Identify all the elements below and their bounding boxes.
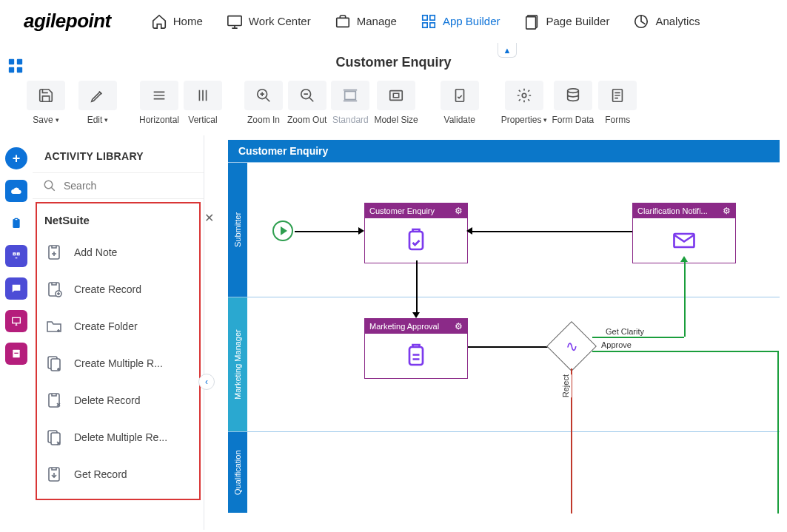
- activity-marketing-approval[interactable]: Marketing Approval⚙: [364, 318, 468, 379]
- clipboard-check-icon: [403, 227, 429, 254]
- nav-analytics[interactable]: Analytics: [630, 9, 703, 34]
- start-node[interactable]: [272, 220, 293, 241]
- nav-work-center[interactable]: Work Center: [224, 9, 314, 34]
- edge: [416, 297, 418, 314]
- rail-clipboard-button[interactable]: [5, 212, 27, 235]
- search-input[interactable]: [64, 180, 193, 192]
- svg-rect-11: [9, 67, 14, 73]
- svg-rect-4: [423, 22, 427, 27]
- nav-manage[interactable]: Manage: [332, 9, 400, 34]
- left-rail: +: [0, 135, 33, 530]
- toolbar: Save▾ Edit▾ Horizontal Vertical Zoom In …: [0, 78, 787, 135]
- model-size-button[interactable]: Model Size: [374, 81, 418, 125]
- rail-add-button[interactable]: +: [5, 147, 27, 169]
- svg-rect-15: [345, 92, 356, 100]
- library-item-create-multiple[interactable]: Create Multiple R...: [37, 345, 199, 382]
- nav-home[interactable]: Home: [148, 9, 206, 34]
- folder-plus-icon: [44, 317, 64, 336]
- edge-get-clarity: [592, 337, 684, 338]
- canvas[interactable]: Customer Enquiry Submitter Customer Enqu…: [204, 135, 787, 530]
- search-icon: [43, 179, 56, 192]
- svg-rect-5: [430, 22, 435, 27]
- activity-clarification[interactable]: Clarification Notifi...⚙: [632, 203, 736, 263]
- gateway-decision[interactable]: ∿: [546, 321, 597, 371]
- properties-button[interactable]: Properties▾: [501, 81, 548, 125]
- lane-label-submitter[interactable]: Submitter: [228, 163, 247, 297]
- edge-label-reject: Reject: [560, 374, 572, 397]
- activity-customer-enquiry[interactable]: Customer Enquiry⚙: [364, 203, 468, 263]
- nav-app-builder[interactable]: App Builder: [418, 9, 503, 34]
- vertical-icon: [195, 87, 211, 104]
- form-data-button[interactable]: Form Data: [552, 81, 594, 125]
- svg-rect-7: [526, 16, 535, 29]
- rail-cloud-button[interactable]: [5, 180, 27, 202]
- edit-button[interactable]: Edit▾: [78, 81, 117, 125]
- forms-icon: [609, 87, 626, 104]
- svg-rect-22: [15, 218, 18, 220]
- process-title: Customer Enquiry: [0, 43, 787, 78]
- forms-button[interactable]: Forms: [598, 81, 637, 125]
- svg-rect-2: [423, 15, 427, 19]
- library-item-delete-record[interactable]: Delete Record: [37, 382, 199, 419]
- clipboard-lines-icon: [403, 343, 429, 369]
- record-plus-icon: [44, 280, 64, 299]
- logo: agilepoint: [24, 10, 111, 33]
- note-icon: [44, 243, 64, 262]
- gear-icon[interactable]: ⚙: [455, 206, 463, 216]
- lane-submitter: Submitter Customer Enquiry⚙ Clarificatio…: [228, 162, 780, 297]
- edge: [571, 432, 572, 514]
- svg-rect-36: [409, 232, 423, 249]
- collapse-header-button[interactable]: ▲: [498, 43, 517, 58]
- library-item-create-record[interactable]: Create Record: [37, 271, 199, 308]
- vertical-button[interactable]: Vertical: [184, 81, 222, 125]
- nav-page-builder[interactable]: Page Builder: [521, 9, 613, 34]
- model-size-icon: [388, 87, 404, 104]
- svg-rect-23: [13, 317, 21, 323]
- activity-library-panel: ACTIVITY LIBRARY NetSuite ✕ Add Note Cre…: [33, 135, 204, 530]
- gear-icon[interactable]: ⚙: [455, 321, 463, 331]
- edge: [295, 231, 361, 232]
- library-item-add-note[interactable]: Add Note: [37, 234, 199, 271]
- standard-icon: [342, 87, 358, 104]
- edge-label-get-clarity: Get Clarity: [604, 327, 646, 336]
- svg-point-18: [522, 93, 526, 98]
- edge: [777, 432, 779, 514]
- library-item-get-record[interactable]: Get Record: [37, 456, 199, 493]
- svg-rect-12: [17, 67, 22, 73]
- gear-icon[interactable]: ⚙: [723, 206, 731, 216]
- validate-button[interactable]: Validate: [441, 81, 479, 125]
- lane-label-marketing[interactable]: Marketing Manager: [228, 297, 247, 431]
- rail-monitor-button[interactable]: [5, 310, 27, 332]
- zoom-out-button[interactable]: Zoom Out: [287, 81, 326, 125]
- record-get-icon: [44, 465, 64, 484]
- svg-point-19: [567, 89, 578, 93]
- rail-doc-button[interactable]: [5, 343, 27, 365]
- briefcase-icon: [335, 13, 351, 30]
- records-plus-icon: [44, 354, 64, 373]
- library-search[interactable]: [33, 172, 204, 199]
- top-nav: agilepoint Home Work Center Manage App B…: [0, 0, 787, 43]
- svg-point-26: [44, 181, 53, 189]
- horizontal-button[interactable]: Horizontal: [139, 81, 179, 125]
- save-button[interactable]: Save▾: [27, 81, 65, 125]
- lane-qualification: Qualification: [228, 431, 780, 513]
- lane-label-qualification[interactable]: Qualification: [228, 432, 247, 513]
- horizontal-icon: [151, 87, 167, 104]
- panel-collapse-button[interactable]: ‹: [198, 374, 215, 390]
- rail-form-button[interactable]: [5, 245, 27, 267]
- edge: [684, 260, 686, 337]
- library-item-create-folder[interactable]: Create Folder: [37, 308, 199, 345]
- arrowhead-icon: [358, 227, 364, 235]
- rail-chat-button[interactable]: [5, 277, 27, 300]
- svg-rect-38: [409, 347, 423, 365]
- mail-icon: [671, 227, 697, 254]
- svg-rect-17: [455, 90, 463, 102]
- apps-grid-button[interactable]: [7, 58, 24, 77]
- svg-rect-25: [14, 353, 18, 354]
- edge-approve: [592, 351, 779, 352]
- edge: [416, 260, 418, 297]
- library-item-delete-multiple[interactable]: Delete Multiple Re...: [37, 419, 199, 456]
- zoom-in-button[interactable]: Zoom In: [244, 81, 283, 125]
- edit-icon: [90, 87, 106, 104]
- standard-button[interactable]: Standard: [331, 81, 369, 125]
